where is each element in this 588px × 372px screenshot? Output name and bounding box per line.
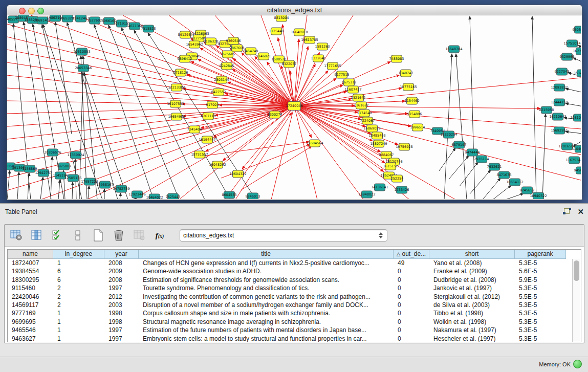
table-cell[interactable]: 1 [53,326,104,334]
table-cell[interactable]: 22420046 [8,293,53,301]
graph-node[interactable]: 10464022 [146,194,163,199]
table-cell[interactable]: 2009 [104,267,139,275]
graph-node[interactable]: 9450122 [574,167,581,174]
table-cell[interactable]: Estimation of significance thresholds fo… [139,276,394,284]
table-cell[interactable]: Nakamura et al. (1997) [429,326,515,334]
graph-node[interactable]: 17359924 [67,151,84,159]
graph-node[interactable]: 8427552 [211,89,226,96]
table-cell[interactable]: 6 [53,267,104,275]
table-cell[interactable]: 2003 [104,301,139,309]
table-row[interactable]: 1938455462009Genome-wide association stu… [8,267,573,275]
graph-node[interactable]: 9505214 [573,26,581,33]
graph-node[interactable]: 8912954 [178,31,193,38]
table-cell[interactable]: Structural magnetic resonance image aver… [139,318,394,326]
table-column-button[interactable] [29,228,45,243]
table-row[interactable]: 1456911722003Disruption of a novel membe… [8,301,573,309]
table-cell[interactable]: Corpus callosum shape and size in male p… [139,309,394,317]
graph-node[interactable]: 9884067 [379,151,394,159]
table-cell[interactable]: Changes of HCN gene expression and I(f) … [139,259,394,267]
table-cell[interactable]: 9463627 [8,335,53,342]
graph-node[interactable]: 7625443 [166,193,181,199]
graph-node[interactable]: 16194447 [199,136,215,143]
column-header-out-de-[interactable]: △out_de... [394,250,429,259]
graph-node[interactable]: 8186328 [204,38,219,45]
table-cell[interactable]: Stergiakouli et al. (2012) [429,293,515,301]
graph-node[interactable]: 10654112 [506,179,523,186]
table-row[interactable]: 911546021997Tourette syndrome. Phenomeno… [8,284,573,292]
table-cell[interactable]: 5.3E-5 [515,301,566,309]
table-cell[interactable]: 5.3E-5 [515,259,566,267]
column-header-title[interactable]: title [139,250,394,259]
graph-node[interactable]: 17240046 [286,102,302,111]
row-height-button[interactable] [70,228,85,243]
graph-node[interactable]: 1581263 [315,43,330,50]
import-table-button[interactable] [132,228,147,243]
graph-node[interactable]: 917004 [206,101,219,108]
float-panel-icon[interactable] [563,208,571,216]
graph-node[interactable]: 18807249 [370,140,387,147]
table-cell[interactable]: 1998 [104,318,139,326]
graph-node[interactable]: 16640910 [291,29,308,36]
table-cell[interactable]: 1997 [104,335,139,342]
table-row[interactable]: 969969511998Structural magnetic resonanc… [8,318,573,326]
table-cell[interactable]: Franke et al. (2009) [429,267,515,275]
graph-node[interactable]: 10604322 [229,170,246,178]
table-source-dropdown[interactable]: citations_edges.txt [180,229,387,242]
table-cell[interactable]: 5.9E-5 [515,276,566,284]
graph-node[interactable]: 8267110 [201,113,216,120]
table-cell[interactable]: 1997 [104,326,139,334]
table-cell[interactable]: Tibbo et al. (1998) [429,309,515,317]
table-row[interactable]: 1830029562008Estimation of significance … [8,276,573,284]
graph-node[interactable]: 12942757 [35,169,52,177]
graph-node[interactable]: 7515528 [141,25,156,32]
graph-node[interactable]: 9242845 [220,62,234,70]
graph-node[interactable]: 7245404 [187,126,202,133]
table-cell[interactable]: 2 [53,293,104,301]
column-header-in-degree[interactable]: in_degree [53,250,104,259]
graph-node[interactable]: 1733426 [395,186,409,193]
graph-node[interactable]: 1527602 [88,17,102,24]
table-cell[interactable]: 9115460 [8,284,53,292]
table-cell[interactable]: 1 [53,335,104,342]
graph-node[interactable]: 9177515 [335,71,350,78]
graph-node[interactable]: 7224067 [360,117,375,124]
function-button[interactable]: f(x) [152,228,167,243]
table-row[interactable]: 2242004622012Investigating the contribut… [8,293,573,301]
table-cell[interactable]: 1 [53,318,104,326]
graph-node[interactable]: 8604533 [222,191,237,199]
table-cell[interactable]: Wolkin et al. (1998) [429,318,515,326]
column-header-year[interactable]: year [104,250,139,259]
table-cell[interactable]: 1998 [104,309,139,317]
graph-node[interactable]: 1322641 [311,55,326,62]
table-cell[interactable]: Embryonic stem cells: a model to study s… [139,335,394,342]
table-cell[interactable]: Dudbridge et al. (2008) [429,276,515,284]
table-cell[interactable]: 5.3E-5 [515,284,566,292]
table-cell[interactable]: 0 [394,301,429,309]
table-cell[interactable]: Yano et al. (2008) [429,259,515,267]
table-settings-button[interactable] [9,228,24,243]
graph-node[interactable]: 9975887 [57,163,72,170]
graph-node[interactable]: 16948022 [358,191,375,198]
graph-node[interactable]: 8471676 [497,171,512,179]
table-cell[interactable]: Investigating the contribution of common… [139,293,394,301]
graph-node[interactable]: 16048292 [209,161,226,168]
column-header-pagerank[interactable]: pagerank [515,250,566,259]
table-cell[interactable]: Jankovic et al. (1997) [429,284,515,292]
graph-node[interactable]: 8322037 [282,60,297,68]
network-canvas[interactable]: 1405572420894843188523012069140619862108… [7,15,582,200]
graph-node[interactable]: 11675342 [565,157,581,164]
graph-node[interactable]: 16648784 [445,46,462,53]
graph-node[interactable]: 9154896 [407,111,422,118]
graph-node[interactable]: 1996514 [410,124,425,131]
graph-node[interactable]: 9329966 [560,53,575,60]
graph-node[interactable]: 17771655 [324,62,341,70]
graph-node[interactable]: 16869059 [363,125,380,132]
graph-node[interactable]: 20206576 [44,149,61,156]
graph-node[interactable]: 12923446 [128,191,145,198]
table-cell[interactable]: Tourette syndrome. Phenomenology and cla… [139,284,394,292]
table-cell[interactable]: 0 [394,318,429,326]
graph-node[interactable]: 9474444 [465,149,480,156]
table-cell[interactable]: 0 [394,284,429,292]
graph-node[interactable]: 15751074 [563,40,580,47]
table-cell[interactable]: 14569117 [8,301,53,309]
